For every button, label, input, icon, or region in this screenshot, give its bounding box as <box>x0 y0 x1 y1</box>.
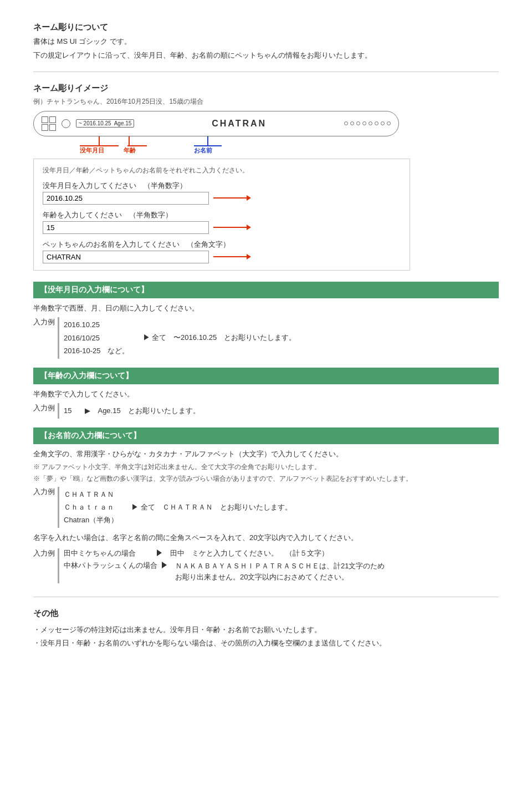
age-result: ▶ Age.15 とお彫りいたします。 <box>85 406 200 416</box>
other-section-title: その他 <box>33 608 499 619</box>
section-date-desc: 半角数字で西暦、月、日の順に入力してください。 <box>33 303 499 314</box>
date-example-1: 2016.10.25 <box>64 318 130 331</box>
page-title: ネーム彫りについて <box>33 22 499 33</box>
date-label-tag: 没年月日 <box>80 146 104 155</box>
age-label-tag: 年齢 <box>124 146 136 155</box>
section-age-desc: 半角数字で入力してください。 <box>33 389 499 400</box>
tag-dots <box>344 121 391 125</box>
age-vertical-line <box>129 136 130 145</box>
hint-text: 没年月日／年齢／ペットちゃんのお名前をそれぞれこ入力ください。 <box>43 166 401 175</box>
name-ex2-row1-arrow <box>157 548 166 557</box>
date-example-2: 2016/10/25 <box>64 332 130 344</box>
age-example-box: 15 <box>58 403 76 418</box>
section-name-desc2: ※ アルファベット小文字、半角文字は対応出来ません。全て大文字の全角でお彫りいた… <box>33 462 499 472</box>
tag-date-badge: ~ 2016.10.25 Age.15 <box>76 119 134 128</box>
input-diagram: 没年月日／年齢／ペットちゃんのお名前をそれぞれこ入力ください。 没年月日を入力し… <box>33 159 410 271</box>
date-arrow-head <box>247 195 251 201</box>
name-example2-label: 入力例 <box>33 548 58 558</box>
date-input-group: 没年月日を入力してください （半角数字） <box>43 181 401 205</box>
circle-icon <box>62 119 70 128</box>
dot-icon <box>375 121 378 125</box>
name-input-label: ペットちゃんのお名前を入力してください （全角文字） <box>43 240 401 250</box>
dot-icon <box>362 121 366 125</box>
name-example-1: ＣＨＡＴＲＡＮ <box>64 488 118 501</box>
age-example-label: 入力例 <box>33 403 58 413</box>
age-input-field[interactable] <box>43 221 209 234</box>
age-arrow-head <box>247 225 251 230</box>
font-note: 書体は MS UI ゴシック です。 <box>33 36 499 48</box>
name-arrow-head <box>247 254 251 259</box>
name-example-label: 入力例 <box>33 487 58 497</box>
other-bullet-1: ・メッセージ等の特注対応は出来ません。没年月日・年齢・お名前でお願いいたします。 <box>33 623 499 636</box>
name-input-group: ペットちゃんのお名前を入力してください （全角文字） <box>43 240 401 263</box>
date-input-field[interactable] <box>43 192 209 205</box>
name-note: 名字を入れたい場合は、名字と名前の間に全角スペースを入れて、20文字以内で入力し… <box>33 532 499 544</box>
other-bullet-2: ・没年月日・年齢・お名前のいずれかを彫らない場合は、その箇所の入力欄を空欄のまま… <box>33 637 499 649</box>
name-result: ▶ 全て ＣＨＡＴＲＡＮ とお彫りいたします。 <box>131 502 292 512</box>
name-examples-box: ＣＨＡＴＲＡＮ Ｃｈａｔｒａｎ Chatran（半角） <box>58 487 122 528</box>
layout-note: 下の規定レイアウトに沿って、没年月日、年齢、お名前の順にペットちゃんの情報をお彫… <box>33 50 499 62</box>
section-name-desc1: 全角文字の、常用漢字・ひらがな・カタカナ・アルファベット（大文字）で入力してくだ… <box>33 449 499 460</box>
label-indicator-area: 没年月日 年齢 お名前 <box>33 136 399 156</box>
date-arrow-line <box>213 197 247 199</box>
tag-name: CHATRAN <box>140 119 339 129</box>
dot-icon <box>356 121 360 125</box>
date-result: ▶ 全て 〜2016.10.25 とお彫りいたします。 <box>143 333 296 343</box>
name-input-field[interactable] <box>43 251 209 263</box>
date-example-3: 2016-10-25 など。 <box>64 344 130 357</box>
name-ex2-row2-arrow <box>162 561 171 569</box>
square-icon <box>42 124 48 131</box>
dot-icon <box>344 121 348 125</box>
name-arrow-line <box>213 256 247 257</box>
date-input-label: 没年月日を入力してください （半角数字） <box>43 181 401 191</box>
example-text: 例）チャトランちゃん、2016年10月25日没、15歳の場合 <box>33 97 499 106</box>
section-date-header: 【没年月日の入力欄について】 <box>33 282 499 298</box>
name-ex2-row2-input: 中林パトラッシュくんの場合 <box>64 561 157 571</box>
date-vertical-line <box>99 136 100 145</box>
tag-squares <box>42 116 56 131</box>
date-examples-box: 2016.10.25 2016/10/25 2016-10-25 など。 <box>58 317 134 358</box>
section-age-header: 【年齢の入力欄について】 <box>33 368 499 384</box>
name-ex2-row2-result: ＮＡＫＡＢＡＹＡＳＨＩＰＡＴＲＡＳＣＨＥは、計21文字のためお彫り出来ません。2… <box>175 561 386 584</box>
age-arrow-line <box>213 227 247 228</box>
square-icon <box>42 116 48 123</box>
name-vertical-line <box>207 136 208 145</box>
section-name-header: 【お名前の入力欄について】 <box>33 428 499 444</box>
name-example-2: Ｃｈａｔｒａｎ <box>64 501 118 513</box>
name-ex2-row1-input: 田中ミケちゃんの場合 <box>64 548 152 558</box>
age-example-value: 15 <box>64 404 71 417</box>
section-name-desc3: ※「夢」や「鴎」など画数の多い漢字は、文字が読みづらい場合がありますので、アルフ… <box>33 474 499 484</box>
square-icon <box>49 116 56 123</box>
name-label-tag: お名前 <box>194 146 212 155</box>
dot-icon <box>369 121 372 125</box>
dot-icon <box>387 121 391 125</box>
dot-icon <box>350 121 354 125</box>
dot-icon <box>381 121 385 125</box>
name-ex2-row1-result: 田中 ミケと入力してください。 （計５文字） <box>170 548 329 558</box>
engraving-image-title: ネーム彫りイメージ <box>33 83 499 94</box>
date-example-label: 入力例 <box>33 317 58 327</box>
square-icon <box>49 124 56 131</box>
name-example-3: Chatran（半角） <box>64 513 118 526</box>
age-input-group: 年齢を入力してください （半角数字） <box>43 210 401 234</box>
tag-preview: ~ 2016.10.25 Age.15 CHATRAN <box>33 111 499 136</box>
age-input-label: 年齢を入力してください （半角数字） <box>43 210 401 220</box>
